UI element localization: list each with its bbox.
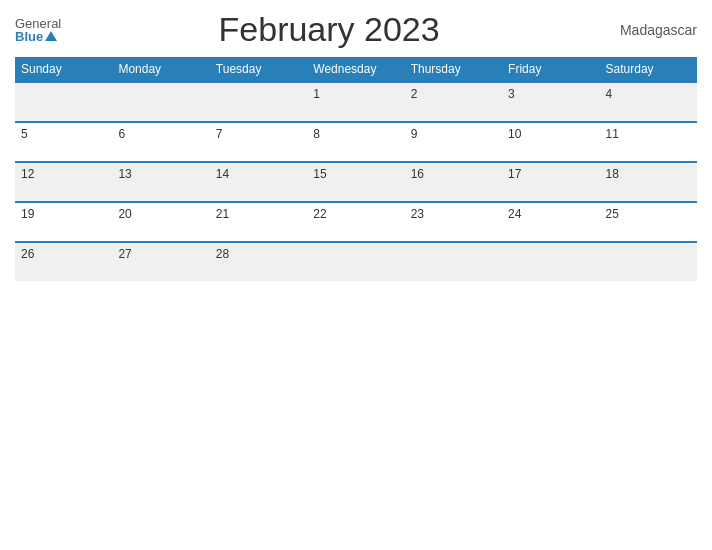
day-number: 19 — [21, 207, 34, 221]
day-cell: 16 — [405, 162, 502, 202]
day-number: 18 — [606, 167, 619, 181]
day-number: 20 — [118, 207, 131, 221]
day-number: 16 — [411, 167, 424, 181]
col-thursday: Thursday — [405, 57, 502, 82]
day-cell: 28 — [210, 242, 307, 281]
day-number: 28 — [216, 247, 229, 261]
day-cell: 10 — [502, 122, 599, 162]
day-cell: 20 — [112, 202, 209, 242]
week-row-1: 567891011 — [15, 122, 697, 162]
calendar-body: 1234567891011121314151617181920212223242… — [15, 82, 697, 281]
day-cell — [210, 82, 307, 122]
day-cell: 3 — [502, 82, 599, 122]
day-number: 11 — [606, 127, 619, 141]
day-cell: 19 — [15, 202, 112, 242]
day-cell: 14 — [210, 162, 307, 202]
day-number: 25 — [606, 207, 619, 221]
col-tuesday: Tuesday — [210, 57, 307, 82]
day-cell: 8 — [307, 122, 404, 162]
day-cell: 7 — [210, 122, 307, 162]
day-number: 17 — [508, 167, 521, 181]
week-row-3: 19202122232425 — [15, 202, 697, 242]
header: General Blue February 2023 Madagascar — [15, 10, 697, 49]
day-number: 6 — [118, 127, 125, 141]
day-number: 15 — [313, 167, 326, 181]
day-number: 5 — [21, 127, 28, 141]
day-number: 14 — [216, 167, 229, 181]
day-cell: 23 — [405, 202, 502, 242]
day-number: 10 — [508, 127, 521, 141]
calendar-container: General Blue February 2023 Madagascar Su… — [0, 0, 712, 550]
day-number: 22 — [313, 207, 326, 221]
week-row-0: 1234 — [15, 82, 697, 122]
country-label: Madagascar — [597, 22, 697, 38]
logo: General Blue — [15, 17, 61, 43]
day-number: 23 — [411, 207, 424, 221]
day-cell — [405, 242, 502, 281]
day-cell: 26 — [15, 242, 112, 281]
logo-triangle-icon — [45, 31, 57, 41]
day-cell — [307, 242, 404, 281]
day-number: 24 — [508, 207, 521, 221]
calendar-table: Sunday Monday Tuesday Wednesday Thursday… — [15, 57, 697, 281]
logo-blue-text: Blue — [15, 30, 43, 43]
day-cell: 9 — [405, 122, 502, 162]
day-cell: 21 — [210, 202, 307, 242]
day-number: 2 — [411, 87, 418, 101]
day-number: 8 — [313, 127, 320, 141]
calendar-title: February 2023 — [61, 10, 597, 49]
day-cell — [600, 242, 697, 281]
day-cell: 15 — [307, 162, 404, 202]
day-cell: 18 — [600, 162, 697, 202]
day-cell: 6 — [112, 122, 209, 162]
day-cell — [112, 82, 209, 122]
day-cell: 17 — [502, 162, 599, 202]
day-number: 9 — [411, 127, 418, 141]
day-cell — [502, 242, 599, 281]
day-number: 21 — [216, 207, 229, 221]
day-number: 3 — [508, 87, 515, 101]
day-cell: 1 — [307, 82, 404, 122]
day-cell: 5 — [15, 122, 112, 162]
day-cell: 22 — [307, 202, 404, 242]
day-cell: 25 — [600, 202, 697, 242]
calendar-header: Sunday Monday Tuesday Wednesday Thursday… — [15, 57, 697, 82]
col-sunday: Sunday — [15, 57, 112, 82]
day-number: 7 — [216, 127, 223, 141]
day-cell — [15, 82, 112, 122]
week-row-4: 262728 — [15, 242, 697, 281]
logo-general-text: General — [15, 17, 61, 30]
day-number: 1 — [313, 87, 320, 101]
col-wednesday: Wednesday — [307, 57, 404, 82]
day-cell: 4 — [600, 82, 697, 122]
day-number: 26 — [21, 247, 34, 261]
col-friday: Friday — [502, 57, 599, 82]
col-saturday: Saturday — [600, 57, 697, 82]
day-number: 12 — [21, 167, 34, 181]
week-row-2: 12131415161718 — [15, 162, 697, 202]
day-number: 4 — [606, 87, 613, 101]
day-cell: 27 — [112, 242, 209, 281]
day-cell: 2 — [405, 82, 502, 122]
day-number: 13 — [118, 167, 131, 181]
day-cell: 11 — [600, 122, 697, 162]
day-cell: 13 — [112, 162, 209, 202]
day-cell: 24 — [502, 202, 599, 242]
days-of-week-row: Sunday Monday Tuesday Wednesday Thursday… — [15, 57, 697, 82]
col-monday: Monday — [112, 57, 209, 82]
day-cell: 12 — [15, 162, 112, 202]
day-number: 27 — [118, 247, 131, 261]
